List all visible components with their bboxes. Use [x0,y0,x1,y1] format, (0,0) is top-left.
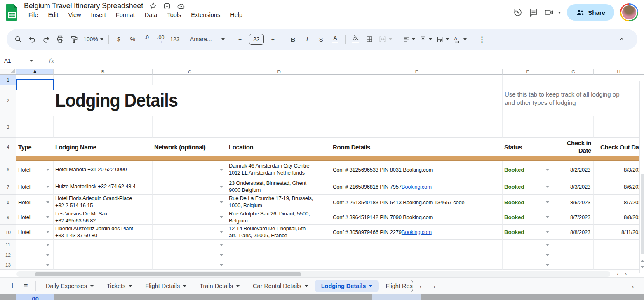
cell[interactable] [227,250,331,260]
cell[interactable] [54,240,153,250]
row-header-6[interactable]: 6 [0,161,16,179]
account-avatar[interactable] [620,3,638,21]
tab-car-rental-details[interactable]: Car Rental Details [246,280,315,292]
cell-network[interactable] [153,195,227,210]
vertical-scrollbar[interactable] [639,81,644,273]
cell[interactable] [54,75,153,85]
decrease-decimal-button[interactable]: .0← [140,33,153,46]
cell-room-details[interactable]: Conf # 3125696533 PIN 8031 Booking.com [331,161,503,179]
cell-network[interactable] [153,210,227,225]
header-type[interactable]: Type [16,138,54,156]
dropdown-icon[interactable] [220,264,223,266]
document-title[interactable]: Belgium Travel Itinerary Spreadsheet [24,2,143,10]
dropdown-icon[interactable] [46,244,49,246]
cell-lodging-name[interactable]: Hotel Floris Arlequin Grand-Place +32 2 … [54,195,153,210]
cell-lodging-name[interactable]: Libertel Austerlitz Jardin des Plant +33… [54,225,153,240]
cell[interactable] [331,240,503,250]
menu-view[interactable]: View [63,11,85,19]
cell-check-in[interactable]: 8/8/2023 [553,225,594,240]
cell-network[interactable] [153,161,227,179]
cell-status[interactable]: Booked [503,179,553,195]
dropdown-icon[interactable] [46,216,49,218]
column-header-f[interactable]: F [503,69,553,75]
booking-link[interactable]: Booking.com [402,184,432,190]
cell-location[interactable]: Rue De La Fourche 17-19, Brussels, 1000,… [227,195,331,210]
cell-network[interactable] [153,260,227,270]
dropdown-icon[interactable] [546,254,549,256]
cell[interactable] [553,75,594,85]
cell[interactable] [594,240,644,250]
cell-type[interactable] [16,240,54,250]
dropdown-icon[interactable] [46,186,49,188]
cell[interactable] [227,75,331,85]
cell-location[interactable]: 12-14 Boulevard De L'hopital, 5th arr., … [227,225,331,240]
cell-type[interactable]: Hotel [16,195,54,210]
chevron-down-icon[interactable] [90,285,94,287]
vertical-align-button[interactable] [418,33,434,46]
column-header-e[interactable]: E [331,69,503,75]
cell-network[interactable] [153,225,227,240]
meet-button[interactable] [544,7,561,17]
comment-icon[interactable] [529,7,538,17]
font-size-input[interactable]: 22 [249,34,264,45]
cell[interactable] [331,116,503,138]
add-sheet-button[interactable]: + [6,281,19,291]
tab-flight-details[interactable]: Flight Details [139,280,193,292]
dropdown-icon[interactable] [220,186,223,188]
row-header-10[interactable]: 10 [0,225,16,240]
cell-status[interactable] [503,260,553,270]
tab-train-details[interactable]: Train Details [193,280,246,292]
text-rotation-button[interactable]: A [451,33,468,46]
column-header-h[interactable]: H [594,69,644,75]
row-header-4[interactable]: 4 [0,138,16,156]
booking-link[interactable]: Booking.com [402,229,432,235]
scroll-down-icon[interactable] [641,266,644,268]
cell[interactable] [553,250,594,260]
dropdown-icon[interactable] [220,244,223,246]
cell[interactable] [331,260,503,270]
cell-check-in[interactable]: 8/2/2023 [553,161,594,179]
column-header-c[interactable]: C [153,69,227,75]
select-all-corner[interactable] [0,69,16,75]
dropdown-icon[interactable] [220,254,223,256]
vertical-scrollbar-thumb[interactable] [641,174,644,254]
redo-icon[interactable] [40,33,53,46]
column-header-d[interactable]: D [227,69,331,75]
version-history-icon[interactable] [513,7,523,17]
tab-tickets[interactable]: Tickets [100,280,139,292]
cell-network[interactable] [153,240,227,250]
menu-insert[interactable]: Insert [87,11,110,19]
cell-type[interactable]: Hotel [16,225,54,240]
cell-status[interactable]: Booked [503,225,553,240]
cell-sheet-title[interactable]: Lodging Details [54,85,153,116]
menu-file[interactable]: File [24,11,42,19]
cell[interactable] [553,116,594,138]
header-network[interactable]: Network (optional) [153,138,227,156]
chevron-down-icon[interactable] [558,12,561,14]
star-icon[interactable] [149,2,157,10]
cell-check-out[interactable]: 8/7/202 [594,195,644,210]
font-select[interactable]: Amara... [188,33,226,46]
dropdown-icon[interactable] [546,264,549,266]
cell-location[interactable]: Rue Adolphe Sax 26, Dinant, 5500, Belgiu… [227,210,331,225]
dropdown-icon[interactable] [46,169,49,171]
cell[interactable] [553,260,594,270]
cell-a1[interactable] [16,75,54,85]
increase-decimal-button[interactable]: .00→ [154,33,167,46]
cell[interactable] [153,116,227,138]
cell[interactable] [594,260,644,270]
cell[interactable] [503,75,553,85]
cell-check-in[interactable]: 8/7/2023 [553,210,594,225]
header-lodging-name[interactable]: Lodging Name [54,138,153,156]
cloud-saved-icon[interactable] [177,2,185,10]
header-check-in[interactable]: Check in Date [553,138,594,156]
cell[interactable] [227,116,331,138]
dropdown-icon[interactable] [220,201,223,203]
cell-lodging-name[interactable]: Les Voisins De Mr Sax +32 495 63 56 82 [54,210,153,225]
dropdown-icon[interactable] [46,231,49,233]
row-header-11[interactable]: 11 [0,240,16,250]
row-header-12[interactable]: 12 [0,250,16,260]
cell[interactable] [54,260,153,270]
cell-type[interactable]: Hotel [16,161,54,179]
tab-scroll-right-icon[interactable]: › [433,283,435,290]
